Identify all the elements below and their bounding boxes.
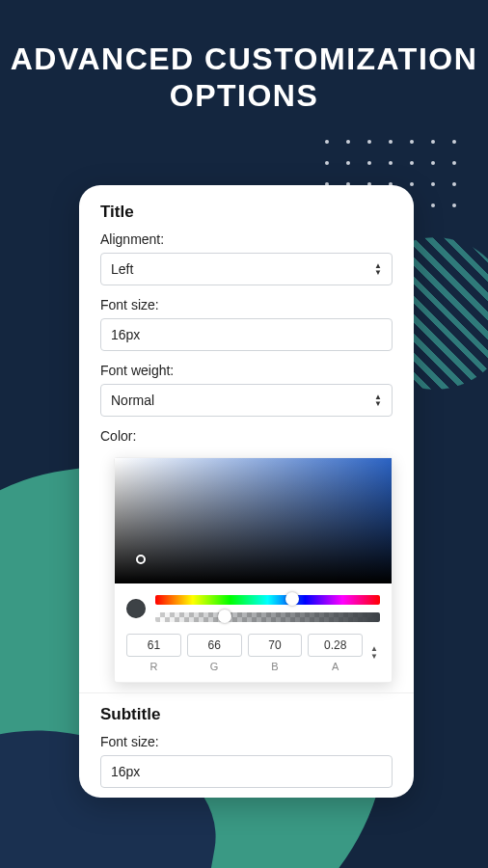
color-r-input[interactable] bbox=[126, 634, 181, 657]
font-weight-label: Font weight: bbox=[100, 363, 393, 378]
chevron-up-down-icon: ▲▼ bbox=[374, 262, 382, 276]
hue-slider[interactable] bbox=[155, 595, 380, 605]
hue-thumb[interactable] bbox=[285, 592, 299, 606]
alignment-value: Left bbox=[111, 261, 133, 277]
color-label: Color: bbox=[100, 428, 393, 444]
title-font-size-input[interactable] bbox=[100, 318, 393, 351]
color-b-input[interactable] bbox=[248, 634, 303, 657]
color-a-label: A bbox=[308, 661, 363, 672]
color-mode-switch[interactable]: ▲ ▼ bbox=[368, 645, 380, 661]
font-weight-value: Normal bbox=[111, 393, 154, 408]
color-saturation-area[interactable] bbox=[115, 458, 392, 583]
section-divider bbox=[79, 692, 414, 693]
color-picker: R G B A ▲ ▼ bbox=[114, 457, 393, 683]
section-heading-subtitle: Subtitle bbox=[79, 705, 414, 734]
subtitle-font-size-input[interactable] bbox=[100, 755, 393, 788]
color-cursor-icon[interactable] bbox=[136, 555, 146, 564]
alpha-thumb[interactable] bbox=[218, 610, 231, 623]
section-heading-title: Title bbox=[79, 203, 414, 231]
chevron-down-icon: ▼ bbox=[370, 653, 378, 661]
alpha-slider[interactable] bbox=[155, 612, 380, 622]
field-alignment: Alignment: Left ▲▼ bbox=[79, 231, 414, 297]
subtitle-font-size-label: Font size: bbox=[100, 734, 393, 749]
settings-card: Title Alignment: Left ▲▼ Font size: Font… bbox=[79, 185, 414, 798]
chevron-up-down-icon: ▲▼ bbox=[374, 393, 382, 407]
font-weight-select[interactable]: Normal ▲▼ bbox=[100, 384, 393, 417]
color-swatch-icon bbox=[126, 599, 146, 618]
field-font-weight: Font weight: Normal ▲▼ bbox=[79, 363, 414, 428]
color-a-input[interactable] bbox=[308, 634, 363, 657]
alignment-select[interactable]: Left ▲▼ bbox=[100, 253, 393, 285]
field-title-font-size: Font size: bbox=[79, 297, 414, 363]
page-headline: ADVANCED CUSTOMIZATION OPTIONS bbox=[0, 0, 488, 115]
field-color: Color: bbox=[79, 428, 414, 453]
color-g-input[interactable] bbox=[187, 634, 242, 657]
alignment-label: Alignment: bbox=[100, 231, 393, 247]
color-g-label: G bbox=[187, 661, 242, 672]
color-b-label: B bbox=[248, 661, 303, 672]
color-r-label: R bbox=[126, 661, 181, 672]
field-subtitle-font-size: Font size: bbox=[79, 734, 414, 798]
title-font-size-label: Font size: bbox=[100, 297, 393, 312]
